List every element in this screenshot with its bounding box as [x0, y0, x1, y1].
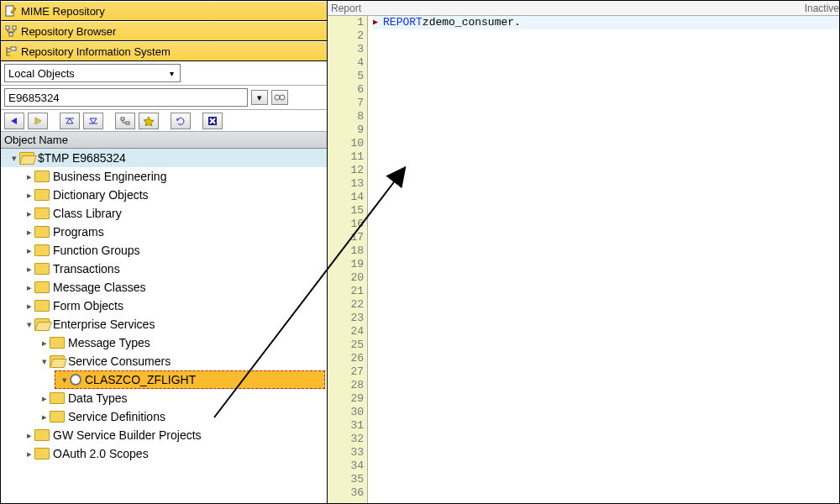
expand-icon[interactable]: ▸	[24, 301, 34, 312]
folder-icon	[50, 392, 65, 404]
tree-node-label: Dictionary Objects	[53, 188, 149, 202]
repository-browser-header[interactable]: Repository Browser	[1, 21, 327, 41]
expand-icon[interactable]: ▸	[24, 190, 34, 201]
line-number: 22	[331, 298, 364, 312]
tree-node-business-engineering[interactable]: ▸Business Engineering	[1, 167, 327, 186]
collapse-icon[interactable]: ▾	[39, 356, 50, 367]
tree-node-label: Enterprise Services	[53, 318, 155, 331]
code-text: zdemo_consumer.	[423, 16, 521, 29]
collapse-icon[interactable]: ▾	[60, 375, 70, 386]
repository-info-system-header[interactable]: Repository Information System	[1, 41, 327, 61]
tree-node-label: Transactions	[53, 262, 120, 276]
expand-icon[interactable]: ▸	[24, 208, 34, 219]
tree-node-label: Form Objects	[53, 299, 123, 312]
tree-node-function-groups[interactable]: ▸Function Groups	[1, 241, 327, 260]
tree-node-class-library[interactable]: ▸Class Library	[1, 204, 327, 223]
folder-icon	[34, 263, 50, 275]
line-number: 25	[331, 339, 364, 352]
line-number: 34	[331, 459, 364, 473]
line-number: 19	[331, 258, 364, 271]
expand-button[interactable]	[83, 113, 103, 129]
object-input-row: ▾	[1, 86, 327, 110]
folder-icon	[34, 281, 50, 293]
dropdown-history-button[interactable]: ▾	[251, 90, 268, 105]
back-button[interactable]	[4, 113, 24, 129]
mime-repository-header[interactable]: MIME Repository	[1, 1, 327, 21]
expand-icon[interactable]: ▸	[39, 393, 50, 404]
line-number: 8	[331, 110, 364, 123]
tree-node-label: GW Service Builder Projects	[53, 428, 202, 442]
tree-layout-button[interactable]	[115, 113, 135, 129]
tree-node-message-types[interactable]: ▸Message Types	[1, 333, 327, 352]
expand-icon[interactable]: ▸	[24, 449, 34, 459]
line-number: 28	[331, 379, 364, 392]
close-button[interactable]	[202, 113, 223, 129]
folder-icon	[50, 337, 65, 349]
breakpoint-marker-icon[interactable]: ▶	[373, 16, 378, 29]
line-number: 14	[331, 191, 364, 204]
line-number: 2	[331, 29, 364, 43]
favorites-button[interactable]	[139, 113, 159, 129]
folder-icon	[34, 226, 50, 238]
mime-repository-label: MIME Repository	[21, 5, 105, 18]
tree-node-label: OAuth 2.0 Scopes	[53, 447, 149, 460]
tree-node-label: Service Consumers	[68, 354, 171, 368]
refresh-button[interactable]	[171, 113, 191, 129]
collapse-button[interactable]	[60, 113, 80, 129]
tree-node-message-classes[interactable]: ▸Message Classes	[1, 278, 327, 297]
line-number: 30	[331, 406, 364, 419]
expand-icon[interactable]: ▸	[24, 171, 34, 182]
line-number: 23	[331, 312, 364, 325]
glasses-display-button[interactable]	[271, 90, 288, 105]
line-number: 35	[331, 473, 364, 486]
line-number: 12	[331, 164, 364, 177]
tree-node-oauth-scopes[interactable]: ▸OAuth 2.0 Scopes	[1, 444, 327, 463]
object-tree[interactable]: ▾ $TMP E9685324 ▸Business Engineering ▸D…	[1, 149, 327, 503]
expand-icon[interactable]: ▸	[24, 245, 34, 256]
svg-point-5	[275, 95, 280, 100]
object-name-input[interactable]	[4, 88, 248, 107]
tree-root[interactable]: ▾ $TMP E9685324	[1, 149, 327, 167]
expand-icon[interactable]: ▸	[39, 412, 50, 423]
tree-node-service-definitions[interactable]: ▸Service Definitions	[1, 407, 327, 426]
scope-selector-row: Local Objects ▾	[1, 61, 327, 86]
tree-node-data-types[interactable]: ▸Data Types	[1, 389, 327, 407]
expand-icon[interactable]: ▸	[39, 338, 50, 349]
tree-node-dictionary-objects[interactable]: ▸Dictionary Objects	[1, 186, 327, 204]
svg-rect-1	[6, 26, 9, 29]
tree-node-claszco-zflight[interactable]: ▾ CLASZCO_ZFLIGHT	[55, 370, 325, 389]
tree-node-enterprise-services[interactable]: ▾Enterprise Services	[1, 315, 327, 333]
tree-node-label: Message Types	[68, 336, 150, 349]
line-number: 10	[331, 137, 364, 150]
line-number: 18	[331, 244, 364, 258]
line-number-gutter: 1234567891011121314151617181920212223242…	[328, 16, 368, 503]
code-line[interactable]: ▶ REPORT zdemo_consumer.	[373, 16, 839, 29]
expand-icon[interactable]: ▸	[24, 227, 34, 238]
folder-icon	[34, 448, 50, 459]
tree-node-label: Programs	[53, 225, 104, 239]
expand-icon[interactable]: ▸	[24, 264, 34, 275]
folder-open-icon	[34, 318, 50, 330]
document-pencil-icon	[4, 4, 18, 18]
scope-dropdown[interactable]: Local Objects ▾	[4, 64, 181, 82]
tree-node-form-objects[interactable]: ▸Form Objects	[1, 297, 327, 315]
line-number: 26	[331, 352, 364, 365]
line-number: 5	[331, 70, 364, 83]
forward-button[interactable]	[28, 113, 48, 129]
folder-icon	[34, 300, 50, 312]
tree-node-label: Business Engineering	[53, 170, 166, 183]
expand-icon[interactable]: ▸	[24, 430, 34, 441]
tree-node-gw-service-builder[interactable]: ▸GW Service Builder Projects	[1, 426, 327, 444]
tree-node-label: Data Types	[68, 391, 128, 405]
proxy-object-icon	[70, 374, 81, 386]
code-editor[interactable]: ▶ REPORT zdemo_consumer.	[368, 16, 839, 503]
collapse-icon[interactable]: ▾	[24, 319, 34, 330]
line-number: 15	[331, 204, 364, 218]
tree-node-service-consumers[interactable]: ▾Service Consumers	[1, 352, 327, 370]
collapse-icon[interactable]: ▾	[9, 153, 19, 164]
tree-node-label: Function Groups	[53, 244, 140, 257]
tree-node-programs[interactable]: ▸Programs	[1, 223, 327, 241]
line-number: 29	[331, 392, 364, 406]
tree-node-transactions[interactable]: ▸Transactions	[1, 260, 327, 278]
expand-icon[interactable]: ▸	[24, 282, 34, 293]
